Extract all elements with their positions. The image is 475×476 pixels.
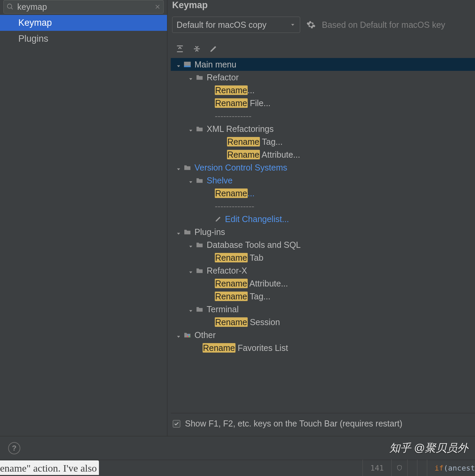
- tree-row[interactable]: XML Refactorings: [171, 122, 475, 135]
- tree-row[interactable]: Rename Attribute...: [171, 277, 475, 290]
- chevron-down-icon: [175, 332, 182, 338]
- status-cell-shield: [391, 460, 407, 476]
- svg-point-10: [189, 336, 190, 337]
- folder-icon: [196, 177, 203, 183]
- touchbar-checkbox-row[interactable]: Show F1, F2, etc. keys on the Touch Bar …: [171, 413, 475, 436]
- tree-toolbar: [171, 38, 475, 57]
- tree-row[interactable]: Refactor: [171, 71, 475, 84]
- expand-all-icon[interactable]: [175, 44, 184, 53]
- folder-icon: [196, 267, 203, 274]
- tree-row[interactable]: Plug-ins: [171, 225, 475, 238]
- settings-search-input[interactable]: [17, 2, 151, 12]
- tree-action: Rename Tag...: [227, 137, 283, 147]
- line-number: 141: [363, 460, 391, 476]
- sidebar-item-plugins[interactable]: Plugins: [0, 31, 167, 47]
- folder-icon: [196, 242, 203, 248]
- tree-label: Main menu: [194, 60, 236, 70]
- folder-icon: [196, 74, 203, 80]
- tree-row[interactable]: -------------: [171, 110, 475, 122]
- tree-label: XML Refactorings: [207, 124, 274, 134]
- chevron-down-icon: [188, 306, 194, 312]
- tree-row[interactable]: Rename...: [171, 84, 475, 97]
- clear-icon[interactable]: [154, 4, 161, 10]
- svg-rect-8: [184, 66, 191, 67]
- folder-icon: [196, 126, 203, 132]
- tree-action: Rename Favorites List: [203, 343, 288, 353]
- tree-row[interactable]: Rename Favorites List: [171, 341, 475, 354]
- pencil-icon: [215, 216, 222, 222]
- pencil-icon[interactable]: [209, 45, 218, 53]
- tree-label: Refactor: [207, 73, 239, 82]
- chevron-down-icon: [175, 229, 182, 235]
- tree-row[interactable]: Rename File...: [171, 97, 475, 110]
- tree-row[interactable]: Rename Tag...: [171, 290, 475, 303]
- tree-row[interactable]: Terminal: [171, 303, 475, 316]
- tree-row[interactable]: Rename...: [171, 187, 475, 200]
- tree-label: Terminal: [207, 304, 239, 314]
- svg-point-0: [7, 4, 12, 8]
- tree-action: Rename Tab: [215, 253, 263, 263]
- tree-action: Rename Attribute...: [227, 150, 300, 160]
- tree-label: Shelve: [207, 176, 232, 185]
- tree-label: Plug-ins: [194, 227, 225, 237]
- keymap-tree[interactable]: Main menuRefactorRename...Rename File...…: [171, 57, 475, 413]
- tree-row[interactable]: Refactor-X: [171, 264, 475, 277]
- help-icon[interactable]: ?: [8, 442, 20, 454]
- code-fragment: if(ancest: [427, 460, 475, 476]
- checkbox-icon[interactable]: [173, 420, 180, 428]
- settings-search[interactable]: [3, 0, 164, 14]
- tree-row[interactable]: --------------: [171, 200, 475, 213]
- tree-row[interactable]: Version Control Systems: [171, 161, 475, 174]
- tree-row[interactable]: Main menu: [171, 58, 475, 71]
- chevron-down-icon: [175, 61, 182, 67]
- status-cell-b: [417, 460, 427, 476]
- status-bar: ename" action. I've also 141 if(ancest: [0, 460, 475, 476]
- based-on-label: Based on Default for macOS key: [322, 20, 445, 30]
- sidebar-item-keymap[interactable]: Keymap: [0, 15, 167, 31]
- svg-point-11: [188, 334, 189, 336]
- chevron-down-icon: [290, 22, 296, 28]
- tree-action: Rename File...: [215, 98, 271, 108]
- tooltip-fragment: ename" action. I've also: [0, 460, 99, 475]
- tree-row[interactable]: Rename Attribute...: [171, 148, 475, 161]
- keymap-panel: Keymap Default for macOS copy Based on D…: [167, 0, 475, 436]
- menu-icon: [184, 61, 191, 67]
- folder-icon: [196, 306, 203, 312]
- svg-point-9: [187, 336, 189, 337]
- status-cell-a: [407, 460, 417, 476]
- tree-label: Database Tools and SQL: [207, 240, 301, 250]
- other-folder-icon: [184, 332, 191, 338]
- tree-row[interactable]: Other: [171, 329, 475, 341]
- tree-action: Rename Attribute...: [215, 279, 288, 289]
- tree-label: Refactor-X: [207, 266, 247, 276]
- tree-action: Edit Changelist...: [225, 214, 289, 224]
- tree-row[interactable]: Shelve: [171, 174, 475, 187]
- tree-row[interactable]: Rename Session: [171, 316, 475, 329]
- tree-row[interactable]: Database Tools and SQL: [171, 238, 475, 251]
- tree-row[interactable]: Rename Tab: [171, 251, 475, 264]
- separator: --------------: [215, 201, 254, 211]
- panel-title: Keymap: [171, 0, 475, 17]
- chevron-down-icon: [188, 177, 194, 183]
- svg-line-1: [11, 8, 13, 9]
- tree-label: Other: [194, 330, 216, 340]
- tree-row[interactable]: Edit Changelist...: [171, 213, 475, 225]
- folder-icon: [184, 229, 191, 235]
- search-icon: [6, 3, 14, 11]
- gear-icon[interactable]: [306, 20, 316, 29]
- chevron-down-icon: [175, 164, 182, 171]
- tree-row[interactable]: Rename Tag...: [171, 135, 475, 148]
- chevron-down-icon: [188, 74, 194, 80]
- watermark: 知乎 @聚贝员外: [389, 441, 468, 456]
- collapse-all-icon[interactable]: [192, 44, 201, 53]
- dialog-footer: ? 知乎 @聚贝员外: [0, 436, 475, 460]
- chevron-down-icon: [188, 267, 194, 274]
- tree-label: Version Control Systems: [194, 163, 287, 173]
- tree-action: Rename...: [215, 85, 254, 95]
- keymap-scheme-dropdown[interactable]: Default for macOS copy: [172, 17, 300, 33]
- keymap-scheme-label: Default for macOS copy: [177, 20, 266, 30]
- tree-action: Rename...: [215, 189, 254, 198]
- touchbar-checkbox-label: Show F1, F2, etc. keys on the Touch Bar …: [185, 419, 402, 429]
- folder-icon: [184, 164, 191, 171]
- chevron-down-icon: [188, 126, 194, 132]
